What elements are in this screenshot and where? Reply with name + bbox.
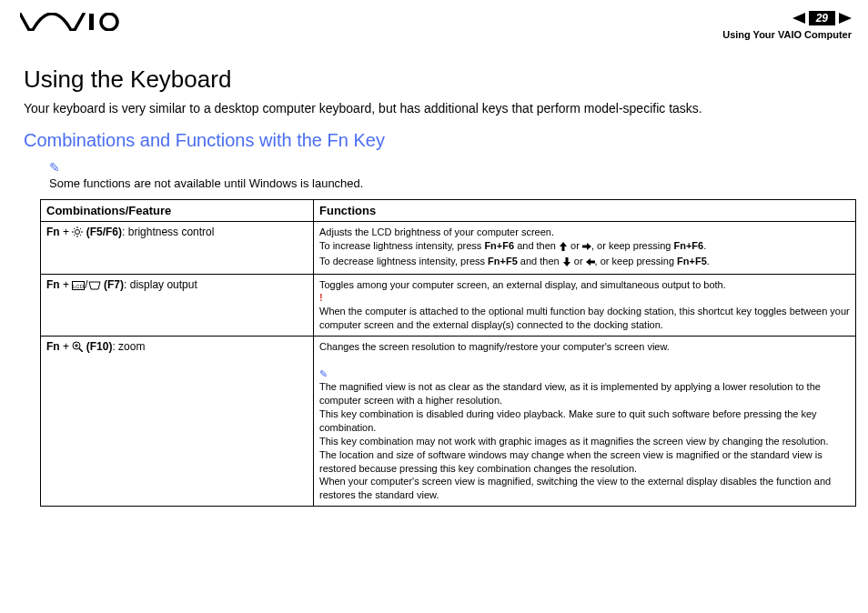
func-text: The location and size of software window… <box>319 449 823 474</box>
content: Using the Keyboard Your keyboard is very… <box>20 65 852 507</box>
key-label: (F7) <box>104 278 124 291</box>
func-text: and then <box>514 240 559 251</box>
func-text: To increase lightness intensity, press <box>319 240 484 251</box>
pencil-icon: ✎ <box>49 160 848 175</box>
func-cell: Adjusts the LCD brightness of your compu… <box>314 222 856 275</box>
func-text: and then <box>518 256 562 266</box>
arrow-up-icon <box>559 241 568 255</box>
header-right: 29 Using Your VAIO Computer <box>722 11 852 40</box>
page-title: Using the Keyboard <box>24 65 848 94</box>
fn-label: Fn <box>46 226 60 238</box>
combo-cell: Fn + LCD/ (F7): display output <box>41 274 314 336</box>
svg-marker-16 <box>586 258 595 266</box>
combo-cell: Fn + (F5/F6): brightness control <box>41 222 314 275</box>
svg-point-4 <box>76 230 80 235</box>
intro-text: Your keyboard is very similar to a deskt… <box>24 101 848 116</box>
func-text: or <box>568 240 582 251</box>
svg-line-11 <box>80 228 81 229</box>
page-number: 29 <box>809 11 835 25</box>
arrow-right-icon <box>582 241 591 255</box>
prev-page-icon[interactable] <box>792 13 805 24</box>
key-label: Fn+F5 <box>677 256 707 266</box>
arrow-left-icon <box>586 256 595 270</box>
svg-line-20 <box>79 348 83 352</box>
section-title: Combinations and Functions with the Fn K… <box>24 130 848 151</box>
arrow-down-icon <box>562 256 571 270</box>
func-text: or <box>571 256 586 266</box>
func-text: The magnified view is not as clear as th… <box>319 381 821 406</box>
key-label: Fn+F5 <box>488 256 518 266</box>
table-row: Fn + LCD/ (F7): display output Toggles a… <box>41 274 856 336</box>
section-crumb: Using Your VAIO Computer <box>722 29 852 40</box>
fn-label: Fn <box>46 340 60 353</box>
func-text: When your computer's screen view is magn… <box>319 476 831 500</box>
combo-cell: Fn + (F10): zoom <box>41 336 314 506</box>
func-cell: Toggles among your computer screen, an e… <box>314 274 856 336</box>
func-text: This key combination may not work with g… <box>319 436 828 447</box>
page-nav: 29 <box>722 11 852 25</box>
lcd-icon: LCD <box>72 280 85 293</box>
next-page-icon[interactable] <box>839 13 852 24</box>
warning-icon: ! <box>319 292 323 303</box>
fn-label: Fn <box>46 278 60 291</box>
svg-marker-15 <box>563 257 570 266</box>
table-row: Fn + (F5/F6): brightness control Adjusts… <box>41 222 856 275</box>
key-label: Fn+F6 <box>484 240 514 251</box>
col-header-combinations: Combinations/Feature <box>41 200 314 222</box>
func-text: This key combination is disabled during … <box>319 408 817 433</box>
svg-marker-2 <box>792 13 805 24</box>
combo-desc: : brightness control <box>122 226 214 238</box>
svg-line-10 <box>80 235 81 236</box>
vga-icon <box>88 280 101 293</box>
func-text: To decrease lightness intensity, press <box>319 256 488 266</box>
pencil-icon: ✎ <box>319 368 328 379</box>
func-text: Adjusts the LCD brightness of your compu… <box>319 226 554 237</box>
func-text: When the computer is attached to the opt… <box>319 306 850 330</box>
svg-marker-13 <box>560 242 567 251</box>
vaio-logo <box>20 13 120 35</box>
table-header-row: Combinations/Feature Functions <box>41 200 856 222</box>
func-text: , or keep pressing <box>595 256 678 266</box>
svg-marker-3 <box>839 13 852 24</box>
key-label: (F10) <box>86 340 113 353</box>
key-label: Fn+F6 <box>673 240 703 251</box>
func-text: Changes the screen resolution to magnify… <box>319 341 670 352</box>
func-text: Toggles among your computer screen, an e… <box>319 279 726 290</box>
top-bar: 29 Using Your VAIO Computer <box>20 11 852 40</box>
zoom-icon <box>72 341 83 355</box>
brightness-icon <box>72 226 83 240</box>
top-note: Some functions are not available until W… <box>49 176 848 190</box>
svg-rect-0 <box>89 14 94 30</box>
table-row: Fn + (F10): zoom Changes the screen reso… <box>41 336 856 506</box>
func-text: . <box>703 240 706 251</box>
svg-line-9 <box>74 228 75 229</box>
func-text: . <box>707 256 710 266</box>
combo-desc: : display output <box>124 278 197 291</box>
col-header-functions: Functions <box>314 200 856 222</box>
func-cell: Changes the screen resolution to magnify… <box>314 336 856 506</box>
combo-desc: : zoom <box>112 340 145 353</box>
svg-line-12 <box>74 235 75 236</box>
svg-point-1 <box>101 14 117 30</box>
func-text: , or keep pressing <box>591 240 674 251</box>
svg-marker-14 <box>582 243 591 250</box>
fn-table: Combinations/Feature Functions Fn + (F5/… <box>40 199 856 507</box>
key-label: (F5/F6) <box>86 226 122 238</box>
svg-text:LCD: LCD <box>73 284 85 289</box>
